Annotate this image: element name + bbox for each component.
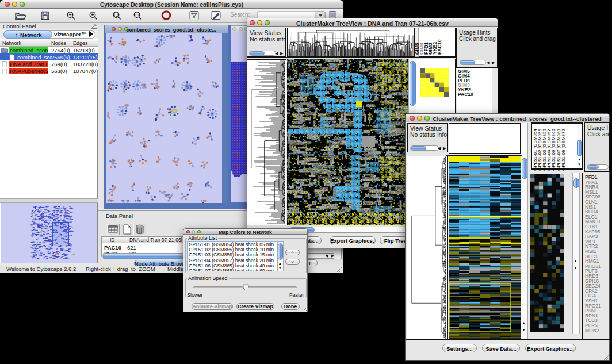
svg-text:1:1: 1:1 [135,13,139,17]
svg-text:Search:: Search: [230,12,250,18]
